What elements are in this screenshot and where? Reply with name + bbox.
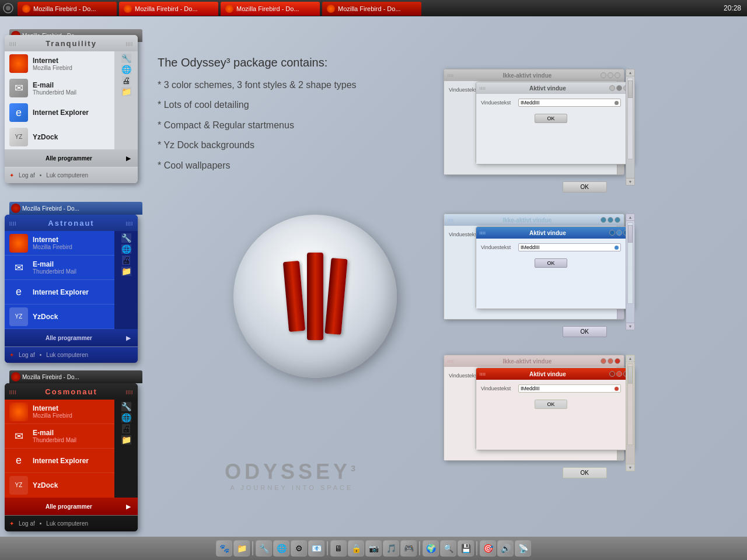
cosmonaut-log-af[interactable]: Log af	[19, 520, 35, 527]
astronaut-tools-icon: 🔧	[121, 233, 131, 243]
active-win-minimize-2[interactable]	[609, 230, 615, 236]
tranquility-item-internet[interactable]: Internet Mozilla Firebird	[5, 51, 114, 76]
active-win-maximize-1[interactable]	[616, 85, 622, 91]
astronaut-tab-title: Mozilla Firebird - Do...	[22, 205, 79, 212]
tb-icon-9[interactable]: 📷	[365, 540, 382, 556]
win-maximize-2[interactable]	[608, 217, 613, 223]
win-close-3[interactable]	[615, 358, 620, 364]
tb-icon-10[interactable]: 🎵	[383, 540, 399, 556]
active-win-minimize-1[interactable]	[609, 85, 615, 91]
cosmonaut-item-internet[interactable]: Internet Mozilla Firebird	[5, 400, 114, 424]
cosmonaut-tab-bar[interactable]: Mozilla Firebird - Do...	[9, 370, 142, 383]
win-minimize-1[interactable]	[601, 72, 606, 78]
cosmonaut-alle-label: Alle programmer	[46, 503, 92, 510]
scrollbar-3[interactable]: ▲ ▼	[626, 355, 635, 471]
browser-tab-1[interactable]: Mozilla Firebird - Do...	[18, 2, 117, 16]
tb-icon-13[interactable]: 🔍	[440, 540, 456, 556]
astronaut-alle-prog[interactable]: Alle programmer ▶	[5, 329, 138, 346]
tb-icon-8[interactable]: 🔒	[348, 540, 364, 556]
tranquility-alle-prog[interactable]: Alle programmer ▶	[5, 149, 138, 167]
tb-icon-15[interactable]: 🎯	[480, 540, 496, 556]
inactive-titlebar-1: |||| Ikke-aktivt vindue	[444, 69, 624, 81]
tb-icon-11[interactable]: 🎮	[400, 540, 417, 556]
astronaut-item-ie[interactable]: e Internet Explorer	[5, 280, 114, 304]
taskbar-bottom[interactable]: 🐾 📁 🔧 🌐 ⚙ 📧 🖥 🔒 📷 🎵 🎮 🌍 🔍 💾 🎯 🔊 📡	[0, 537, 747, 560]
astronaut-luk[interactable]: Luk computeren	[46, 352, 88, 358]
tranquility-footer: ✦ Log af • Luk computeren	[5, 167, 138, 183]
astronaut-item-yzdock[interactable]: YZ YzDock	[5, 304, 114, 329]
cosmonaut-alle-prog[interactable]: Alle programmer ▶	[5, 498, 138, 515]
tranquility-item-yzdock[interactable]: YZ YzDock	[5, 125, 114, 149]
tb-icon-5[interactable]: ⚙	[291, 540, 307, 556]
taskbar-top[interactable]: Mozilla Firebird - Do... Mozilla Firebir…	[0, 0, 747, 16]
window-group-3: |||| Ikke-aktivt vindue Vinduestekst IMe…	[444, 355, 624, 461]
astronaut-log-af[interactable]: Log af	[19, 352, 35, 358]
win-maximize-3[interactable]	[608, 358, 613, 364]
cosmonaut-item-email[interactable]: ✉ E-mail Thunderbird Mail	[5, 424, 114, 449]
tranquility-log-af[interactable]: Log af	[19, 172, 35, 178]
tb-icon-12[interactable]: 🌍	[423, 540, 439, 556]
astronaut-dots-left: ||||	[9, 220, 16, 226]
tb-icon-2[interactable]: 📁	[233, 540, 250, 556]
win-minimize-3[interactable]	[601, 358, 606, 364]
tools-icon-1: 🔧	[121, 54, 131, 63]
tb-icon-17[interactable]: 📡	[515, 540, 531, 556]
tranquility-luk[interactable]: Luk computeren	[46, 172, 88, 178]
internet-text: Internet Mozilla Firebird	[33, 57, 110, 71]
browser-tab-3[interactable]: Mozilla Firebird - Do...	[221, 2, 320, 16]
cosmonaut-luk[interactable]: Luk computeren	[46, 520, 88, 527]
tranquility-item-ie[interactable]: e Internet Explorer	[5, 100, 114, 125]
cosmonaut-items-area: Internet Mozilla Firebird ✉ E-mail Thund…	[5, 400, 138, 498]
astronaut-globe-icon: 🌐	[121, 244, 131, 254]
firefox-icon-2	[124, 5, 132, 13]
ok-below-3[interactable]: OK	[563, 467, 607, 478]
astronaut-tab-bar[interactable]: Mozilla Firebird - Do...	[9, 202, 142, 215]
scrollbar-2[interactable]: ▲ ▼	[626, 214, 635, 330]
tb-icon-16[interactable]: 🔊	[497, 540, 514, 556]
win-maximize-1[interactable]	[608, 72, 613, 78]
astronaut-ie-icon: e	[9, 283, 28, 302]
astronaut-yzdock-icon: YZ	[9, 307, 28, 326]
tb-icon-7[interactable]: 🖥	[330, 540, 347, 556]
cosmonaut-item-ie[interactable]: e Internet Explorer	[5, 449, 114, 473]
svg-point-1	[6, 6, 11, 10]
tb-icon-3[interactable]: 🔧	[256, 540, 272, 556]
active-win-maximize-2[interactable]	[616, 230, 622, 236]
feature-item-5: * Cool wallpapers	[158, 159, 426, 172]
tranquility-dots-right: ||||	[126, 41, 133, 46]
cosmonaut-email-text: E-mail Thunderbird Mail	[33, 429, 110, 443]
cosmonaut-globe-icon: 🌐	[121, 413, 131, 422]
feature-section: The Odyssey³ package contains: * 3 color…	[158, 56, 426, 179]
browser-tab-4[interactable]: Mozilla Firebird - Do...	[322, 2, 421, 16]
ok-below-2[interactable]: OK	[563, 326, 607, 337]
tb-icon-1[interactable]: 🐾	[216, 540, 232, 556]
cosmonaut-internet-name: Internet	[33, 404, 110, 412]
astronaut-item-email[interactable]: ✉ E-mail Thunderbird Mail	[5, 256, 114, 280]
tb-icon-14[interactable]: 💾	[458, 540, 474, 556]
active-body-2: Vinduestekst IMeddIII OK	[476, 239, 633, 309]
win-close-2[interactable]	[615, 217, 620, 223]
win-minimize-2[interactable]	[601, 217, 606, 223]
printer-icon-1: 🖨	[122, 76, 130, 85]
cosmonaut-email-icon: ✉	[9, 427, 28, 446]
tranquility-dots-left: ||||	[9, 41, 16, 46]
astronaut-item-internet[interactable]: Internet Mozilla Firebird	[5, 231, 114, 256]
tb-icon-6[interactable]: 📧	[308, 540, 324, 556]
scrollbar-1[interactable]: ▲ ▼	[626, 69, 635, 186]
cosmonaut-internet-text: Internet Mozilla Firebird	[33, 404, 110, 419]
active-win-maximize-3[interactable]	[616, 371, 622, 377]
email-sub: Thunderbird Mail	[33, 89, 110, 96]
ok-below-1[interactable]: OK	[563, 181, 607, 192]
astronaut-footer: ✦ Log af • Luk computeren	[5, 346, 138, 363]
tab-label-1: Mozilla Firebird - Do...	[33, 5, 96, 12]
win-close-1[interactable]	[615, 72, 620, 78]
cosmonaut-ie-name: Internet Explorer	[33, 457, 110, 465]
cosmonaut-email-sub: Thunderbird Mail	[33, 437, 110, 443]
cosmonaut-yzdock-text: YzDock	[33, 481, 110, 489]
tb-icon-4[interactable]: 🌐	[273, 540, 289, 556]
browser-tab-2[interactable]: Mozilla Firebird - Do...	[119, 2, 218, 16]
brand-subtitle: A JOURNEY INTO SPACE	[158, 484, 426, 491]
cosmonaut-item-yzdock[interactable]: YZ YzDock	[5, 473, 114, 498]
active-win-minimize-3[interactable]	[609, 371, 615, 377]
tranquility-item-email[interactable]: ✉ E-mail Thunderbird Mail	[5, 76, 114, 100]
